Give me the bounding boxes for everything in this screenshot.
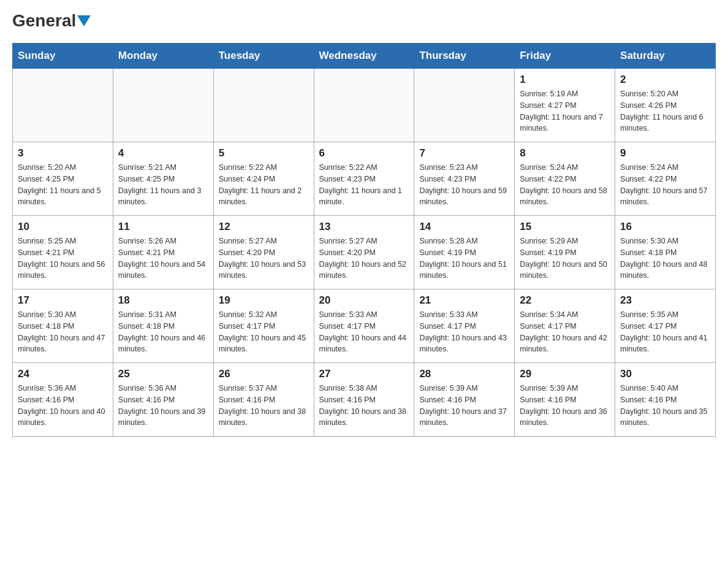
weekday-header-saturday: Saturday (615, 44, 716, 69)
day-number: 4 (118, 147, 208, 159)
weekday-header-friday: Friday (515, 44, 615, 69)
day-sun-info: Sunrise: 5:25 AMSunset: 4:21 PMDaylight:… (18, 236, 108, 282)
day-sun-info: Sunrise: 5:34 AMSunset: 4:17 PMDaylight:… (520, 309, 610, 355)
day-sun-info: Sunrise: 5:39 AMSunset: 4:16 PMDaylight:… (520, 383, 610, 429)
day-number: 27 (319, 368, 409, 380)
day-number: 28 (419, 368, 509, 380)
calendar-cell: 14Sunrise: 5:28 AMSunset: 4:19 PMDayligh… (414, 216, 515, 289)
day-sun-info: Sunrise: 5:36 AMSunset: 4:16 PMDaylight:… (18, 383, 108, 429)
day-number: 14 (419, 221, 509, 233)
weekday-header-sunday: Sunday (13, 44, 113, 69)
day-sun-info: Sunrise: 5:29 AMSunset: 4:19 PMDaylight:… (520, 236, 610, 282)
day-sun-info: Sunrise: 5:26 AMSunset: 4:21 PMDaylight:… (118, 236, 208, 282)
calendar-week-5: 24Sunrise: 5:36 AMSunset: 4:16 PMDayligh… (13, 363, 716, 437)
svg-marker-0 (77, 15, 91, 26)
day-sun-info: Sunrise: 5:27 AMSunset: 4:20 PMDaylight:… (319, 236, 409, 282)
calendar-cell: 6Sunrise: 5:22 AMSunset: 4:23 PMDaylight… (314, 142, 414, 216)
day-number: 13 (319, 221, 409, 233)
calendar-cell (13, 69, 113, 142)
day-sun-info: Sunrise: 5:21 AMSunset: 4:25 PMDaylight:… (118, 162, 208, 208)
calendar-cell (414, 69, 515, 142)
calendar-cell: 28Sunrise: 5:39 AMSunset: 4:16 PMDayligh… (414, 363, 515, 437)
calendar-cell: 15Sunrise: 5:29 AMSunset: 4:19 PMDayligh… (515, 216, 615, 289)
logo: General (12, 12, 85, 31)
calendar-cell: 26Sunrise: 5:37 AMSunset: 4:16 PMDayligh… (213, 363, 314, 437)
calendar-cell: 20Sunrise: 5:33 AMSunset: 4:17 PMDayligh… (314, 289, 414, 363)
day-sun-info: Sunrise: 5:22 AMSunset: 4:24 PMDaylight:… (219, 162, 309, 208)
day-number: 25 (118, 368, 208, 380)
day-sun-info: Sunrise: 5:32 AMSunset: 4:17 PMDaylight:… (219, 309, 309, 355)
day-number: 21 (419, 294, 509, 307)
calendar-cell: 9Sunrise: 5:24 AMSunset: 4:22 PMDaylight… (615, 142, 716, 216)
calendar-cell: 22Sunrise: 5:34 AMSunset: 4:17 PMDayligh… (515, 289, 615, 363)
calendar-week-2: 3Sunrise: 5:20 AMSunset: 4:25 PMDaylight… (13, 142, 716, 216)
day-sun-info: Sunrise: 5:20 AMSunset: 4:26 PMDaylight:… (620, 88, 710, 134)
calendar-cell: 18Sunrise: 5:31 AMSunset: 4:18 PMDayligh… (113, 289, 213, 363)
calendar-cell: 3Sunrise: 5:20 AMSunset: 4:25 PMDaylight… (13, 142, 113, 216)
calendar-cell: 7Sunrise: 5:23 AMSunset: 4:23 PMDaylight… (414, 142, 515, 216)
calendar-cell: 29Sunrise: 5:39 AMSunset: 4:16 PMDayligh… (515, 363, 615, 437)
weekday-header-thursday: Thursday (414, 44, 515, 69)
calendar-cell: 13Sunrise: 5:27 AMSunset: 4:20 PMDayligh… (314, 216, 414, 289)
day-number: 16 (620, 221, 710, 233)
day-number: 30 (620, 368, 710, 380)
day-number: 24 (18, 368, 108, 380)
calendar-cell (113, 69, 213, 142)
day-sun-info: Sunrise: 5:40 AMSunset: 4:16 PMDaylight:… (620, 383, 710, 429)
day-sun-info: Sunrise: 5:33 AMSunset: 4:17 PMDaylight:… (319, 309, 409, 355)
day-number: 15 (520, 221, 610, 233)
calendar-week-1: 1Sunrise: 5:19 AMSunset: 4:27 PMDaylight… (13, 69, 716, 142)
day-sun-info: Sunrise: 5:39 AMSunset: 4:16 PMDaylight:… (419, 383, 509, 429)
calendar-cell: 4Sunrise: 5:21 AMSunset: 4:25 PMDaylight… (113, 142, 213, 216)
page-header: General (12, 12, 716, 31)
day-sun-info: Sunrise: 5:22 AMSunset: 4:23 PMDaylight:… (319, 162, 409, 208)
calendar-cell: 12Sunrise: 5:27 AMSunset: 4:20 PMDayligh… (213, 216, 314, 289)
day-number: 5 (219, 147, 309, 159)
day-number: 23 (620, 294, 710, 307)
day-sun-info: Sunrise: 5:30 AMSunset: 4:18 PMDaylight:… (18, 309, 108, 355)
logo-main-text: General (12, 12, 85, 29)
calendar-cell (314, 69, 414, 142)
calendar-cell: 11Sunrise: 5:26 AMSunset: 4:21 PMDayligh… (113, 216, 213, 289)
day-number: 10 (18, 221, 108, 233)
day-sun-info: Sunrise: 5:28 AMSunset: 4:19 PMDaylight:… (419, 236, 509, 282)
calendar-cell: 25Sunrise: 5:36 AMSunset: 4:16 PMDayligh… (113, 363, 213, 437)
day-sun-info: Sunrise: 5:37 AMSunset: 4:16 PMDaylight:… (219, 383, 309, 429)
calendar-cell (213, 69, 314, 142)
day-number: 8 (520, 147, 610, 159)
day-sun-info: Sunrise: 5:38 AMSunset: 4:16 PMDaylight:… (319, 383, 409, 429)
day-number: 17 (18, 294, 108, 307)
day-number: 6 (319, 147, 409, 159)
day-number: 9 (620, 147, 710, 159)
day-sun-info: Sunrise: 5:20 AMSunset: 4:25 PMDaylight:… (18, 162, 108, 208)
day-sun-info: Sunrise: 5:23 AMSunset: 4:23 PMDaylight:… (419, 162, 509, 208)
day-number: 29 (520, 368, 610, 380)
day-sun-info: Sunrise: 5:24 AMSunset: 4:22 PMDaylight:… (520, 162, 610, 208)
calendar-cell: 19Sunrise: 5:32 AMSunset: 4:17 PMDayligh… (213, 289, 314, 363)
weekday-header-row: SundayMondayTuesdayWednesdayThursdayFrid… (13, 44, 716, 69)
weekday-header-tuesday: Tuesday (213, 44, 314, 69)
calendar-cell: 23Sunrise: 5:35 AMSunset: 4:17 PMDayligh… (615, 289, 716, 363)
calendar-cell: 24Sunrise: 5:36 AMSunset: 4:16 PMDayligh… (13, 363, 113, 437)
day-sun-info: Sunrise: 5:36 AMSunset: 4:16 PMDaylight:… (118, 383, 208, 429)
day-number: 3 (18, 147, 108, 159)
weekday-header-wednesday: Wednesday (314, 44, 414, 69)
calendar-cell: 2Sunrise: 5:20 AMSunset: 4:26 PMDaylight… (615, 69, 716, 142)
day-number: 22 (520, 294, 610, 307)
day-number: 18 (118, 294, 208, 307)
calendar-week-3: 10Sunrise: 5:25 AMSunset: 4:21 PMDayligh… (13, 216, 716, 289)
calendar-cell: 10Sunrise: 5:25 AMSunset: 4:21 PMDayligh… (13, 216, 113, 289)
day-sun-info: Sunrise: 5:31 AMSunset: 4:18 PMDaylight:… (118, 309, 208, 355)
day-number: 19 (219, 294, 309, 307)
weekday-header-monday: Monday (113, 44, 213, 69)
day-number: 2 (620, 74, 710, 86)
calendar-cell: 21Sunrise: 5:33 AMSunset: 4:17 PMDayligh… (414, 289, 515, 363)
calendar-cell: 17Sunrise: 5:30 AMSunset: 4:18 PMDayligh… (13, 289, 113, 363)
day-sun-info: Sunrise: 5:27 AMSunset: 4:20 PMDaylight:… (219, 236, 309, 282)
calendar-table: SundayMondayTuesdayWednesdayThursdayFrid… (12, 43, 716, 437)
day-sun-info: Sunrise: 5:24 AMSunset: 4:22 PMDaylight:… (620, 162, 710, 208)
calendar-cell: 30Sunrise: 5:40 AMSunset: 4:16 PMDayligh… (615, 363, 716, 437)
calendar-cell: 5Sunrise: 5:22 AMSunset: 4:24 PMDaylight… (213, 142, 314, 216)
day-number: 12 (219, 221, 309, 233)
day-number: 7 (419, 147, 509, 159)
